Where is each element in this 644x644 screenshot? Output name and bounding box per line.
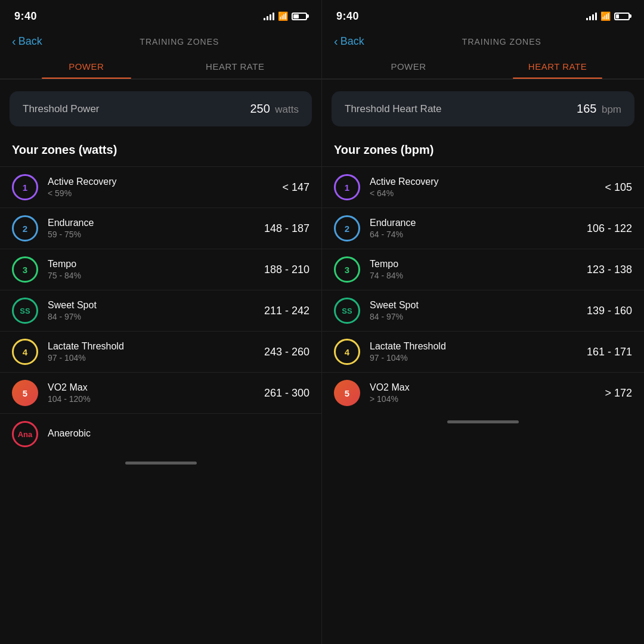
zone-item: 1Active Recovery< 59%< 147: [0, 166, 321, 208]
status-bar-left: 9:40 📶: [0, 0, 321, 30]
zone-range: 261 - 300: [264, 387, 309, 400]
time-right: 9:40: [336, 10, 359, 23]
zone-info: Anaerobic: [48, 428, 300, 440]
zone-info: Active Recovery< 64%: [370, 177, 595, 198]
zone-badge: 5: [334, 380, 360, 406]
chevron-left-icon: ‹: [12, 35, 16, 48]
zone-badge: 4: [334, 339, 360, 365]
zone-pct: 74 - 84%: [370, 271, 577, 280]
nav-bar-left: ‹ Back TRAINING ZONES: [0, 30, 321, 55]
zone-name: Lactate Threshold: [48, 341, 255, 352]
zone-name: Tempo: [370, 259, 577, 270]
threshold-box-left[interactable]: Threshold Power 250 watts: [10, 91, 312, 126]
tab-heartrate-left[interactable]: HEART RATE: [161, 55, 310, 79]
zone-pct: 64 - 74%: [370, 230, 577, 239]
tab-power-left[interactable]: POWER: [12, 55, 161, 79]
zone-name: Tempo: [48, 259, 255, 270]
zone-range: 211 - 242: [264, 305, 309, 317]
zone-range: 161 - 171: [587, 346, 632, 358]
zone-pct: 104 - 120%: [48, 394, 255, 404]
zone-range: < 147: [282, 181, 309, 194]
zone-name: VO2 Max: [370, 382, 595, 393]
wifi-icon-right: 📶: [600, 11, 611, 21]
zone-name: Active Recovery: [48, 177, 273, 187]
zones-title-left: Your zones (watts): [0, 138, 321, 166]
tab-power-right[interactable]: POWER: [334, 55, 483, 79]
threshold-label-right: Threshold Heart Rate: [345, 103, 442, 115]
zone-name: Sweet Spot: [48, 300, 255, 311]
zone-info: Sweet Spot84 - 97%: [370, 300, 577, 321]
battery-icon: [292, 13, 307, 20]
zone-range: 148 - 187: [264, 222, 309, 235]
zone-item: 2Endurance59 - 75%148 - 187: [0, 208, 321, 249]
zone-name: Endurance: [370, 218, 577, 228]
zone-pct: > 104%: [370, 394, 595, 404]
zone-name: Anaerobic: [48, 428, 300, 439]
zone-pct: 97 - 104%: [370, 353, 577, 363]
zone-range: 123 - 138: [587, 264, 632, 276]
status-icons-left: 📶: [264, 11, 307, 21]
zone-name: Active Recovery: [370, 177, 595, 187]
zone-item: 3Tempo75 - 84%188 - 210: [0, 249, 321, 290]
time-left: 9:40: [14, 10, 37, 23]
zone-pct: 75 - 84%: [48, 271, 255, 280]
zone-range: 139 - 160: [587, 305, 632, 317]
status-icons-right: 📶: [586, 11, 630, 21]
zones-title-right: Your zones (bpm): [322, 138, 644, 166]
zone-badge: 2: [12, 215, 38, 242]
signal-icon-right: [586, 12, 597, 20]
threshold-unit-right: bpm: [602, 104, 621, 115]
zone-pct: 97 - 104%: [48, 353, 255, 363]
back-label-left: Back: [18, 35, 42, 48]
scroll-indicator-left: [125, 462, 197, 465]
zone-pct: < 64%: [370, 188, 595, 198]
chevron-left-icon-right: ‹: [334, 35, 338, 48]
zone-item: 3Tempo74 - 84%123 - 138: [322, 249, 644, 290]
zone-range: 106 - 122: [587, 222, 632, 235]
back-label-right: Back: [340, 35, 364, 48]
threshold-value-group-right: 165 bpm: [577, 102, 621, 116]
zone-info: Lactate Threshold97 - 104%: [370, 341, 577, 363]
zone-badge: 2: [334, 215, 360, 242]
zone-info: VO2 Max104 - 120%: [48, 382, 255, 404]
threshold-label-left: Threshold Power: [23, 103, 100, 115]
zone-pct: 84 - 97%: [370, 312, 577, 321]
zone-range: < 105: [605, 181, 632, 194]
zone-item: 4Lactate Threshold97 - 104%243 - 260: [0, 331, 321, 372]
zone-range: 188 - 210: [264, 264, 309, 276]
tabs-right: POWER HEART RATE: [322, 55, 644, 79]
scroll-indicator-right: [447, 420, 519, 423]
zone-item: 4Lactate Threshold97 - 104%161 - 171: [322, 331, 644, 372]
zone-item: SSSweet Spot84 - 97%211 - 242: [0, 290, 321, 331]
tabs-left: POWER HEART RATE: [0, 55, 321, 79]
back-button-left[interactable]: ‹ Back: [12, 35, 42, 48]
zone-name: Endurance: [48, 218, 255, 228]
zone-badge: 1: [334, 174, 360, 200]
zone-item: 5VO2 Max104 - 120%261 - 300: [0, 372, 321, 413]
zone-info: VO2 Max> 104%: [370, 382, 595, 404]
zone-badge: SS: [12, 298, 38, 324]
zone-badge: 5: [12, 380, 38, 406]
back-button-right[interactable]: ‹ Back: [334, 35, 364, 48]
threshold-box-right[interactable]: Threshold Heart Rate 165 bpm: [332, 91, 634, 126]
nav-title-right: TRAINING ZONES: [462, 37, 541, 47]
zone-pct: 84 - 97%: [48, 312, 255, 321]
zone-badge: 1: [12, 174, 38, 200]
zone-badge: 3: [12, 256, 38, 283]
zone-item: 2Endurance64 - 74%106 - 122: [322, 208, 644, 249]
threshold-value-left: 250: [250, 102, 270, 115]
left-panel: 9:40 📶 ‹ Back TRAINING ZONES POWER HEART…: [0, 0, 322, 644]
zone-name: Sweet Spot: [370, 300, 577, 311]
battery-icon-right: [614, 13, 630, 20]
zone-item: SSSweet Spot84 - 97%139 - 160: [322, 290, 644, 331]
zone-info: Endurance59 - 75%: [48, 218, 255, 239]
zone-badge: 3: [334, 256, 360, 283]
zone-info: Tempo74 - 84%: [370, 259, 577, 280]
threshold-value-right: 165: [577, 102, 596, 115]
zone-badge: Ana: [12, 421, 38, 447]
zone-info: Lactate Threshold97 - 104%: [48, 341, 255, 363]
zone-info: Tempo75 - 84%: [48, 259, 255, 280]
signal-icon: [264, 12, 274, 20]
nav-bar-right: ‹ Back TRAINING ZONES: [322, 30, 644, 55]
tab-heartrate-right[interactable]: HEART RATE: [483, 55, 632, 79]
